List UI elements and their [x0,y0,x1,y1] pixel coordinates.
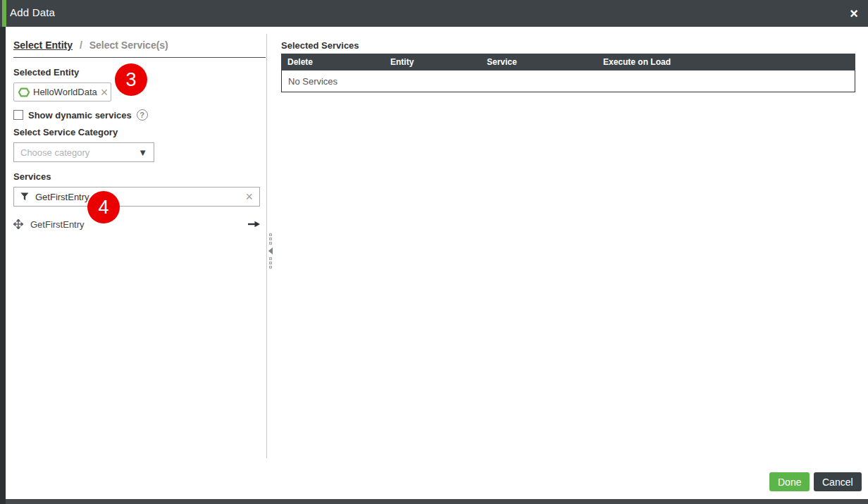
grip-dot [269,266,272,269]
dynamic-services-row: Show dynamic services ? [13,109,148,121]
step-badge-3: 3 [115,63,147,96]
help-icon[interactable]: ? [137,109,148,121]
breadcrumb-step-select-services[interactable]: Select Service(s) [89,39,168,51]
background-page-bottom-sliver [6,499,868,504]
service-category-label: Select Service Category [13,127,118,137]
entity-remove-icon[interactable]: × [101,87,108,97]
green-accent-bar [2,0,6,27]
close-icon[interactable]: × [850,5,858,22]
category-placeholder: Choose category [20,147,89,158]
grip-dot [269,262,272,264]
table-header-row: Delete Entity Service Execute on Load [281,54,855,70]
collapse-left-icon[interactable] [268,247,273,254]
background-page-left-sliver [0,0,6,504]
services-filter-value: GetFirstEntry [35,192,239,202]
add-data-dialog: Add Data × Select Entity / Select Servic… [0,0,868,504]
selected-entity-label: Selected Entity [13,67,79,78]
splitter-drag-handle[interactable] [268,233,273,269]
selected-services-table: Delete Entity Service Execute on Load No… [281,54,855,92]
dialog-body: Select Entity / Select Service(s) Select… [6,27,868,499]
selected-services-title: Selected Services [281,40,359,51]
category-dropdown[interactable]: Choose category ▼ [13,142,154,162]
breadcrumb: Select Entity / Select Service(s) [13,39,168,51]
panel-divider [266,34,267,458]
chevron-down-icon: ▼ [138,147,147,158]
column-header-execute-on-load: Execute on Load [603,57,855,67]
services-label: Services [13,171,51,182]
grip-dot [269,257,272,260]
cancel-button[interactable]: Cancel [814,472,862,491]
grip-dot [269,238,272,240]
entity-chip-label: HelloWorldData [33,87,97,97]
done-button[interactable]: Done [769,472,810,491]
grip-dot [269,242,272,245]
column-header-delete: Delete [281,57,390,67]
services-filter-input[interactable]: GetFirstEntry × [13,187,260,207]
column-header-service: Service [487,57,603,67]
breadcrumb-divider [13,57,266,58]
filter-funnel-icon [20,192,29,201]
drag-move-icon[interactable] [13,219,23,229]
column-header-entity: Entity [390,57,487,67]
grip-dot [269,233,272,236]
dialog-title: Add Data [10,6,55,18]
dialog-header: Add Data × [0,0,868,27]
service-item-label: GetFirstEntry [30,219,241,230]
entity-chip[interactable]: HelloWorldData × [13,82,111,102]
add-service-arrow-icon[interactable] [248,221,260,228]
filter-clear-icon[interactable]: × [245,192,253,202]
breadcrumb-step-select-entity[interactable]: Select Entity [13,39,73,51]
table-empty-row: No Services [281,70,855,92]
show-dynamic-services-checkbox[interactable] [13,110,23,120]
entity-hexagon-icon [18,87,30,98]
breadcrumb-separator: / [80,39,82,51]
show-dynamic-services-label: Show dynamic services [28,110,132,121]
service-list-item[interactable]: GetFirstEntry [13,216,260,233]
step-badge-4: 4 [87,191,120,223]
